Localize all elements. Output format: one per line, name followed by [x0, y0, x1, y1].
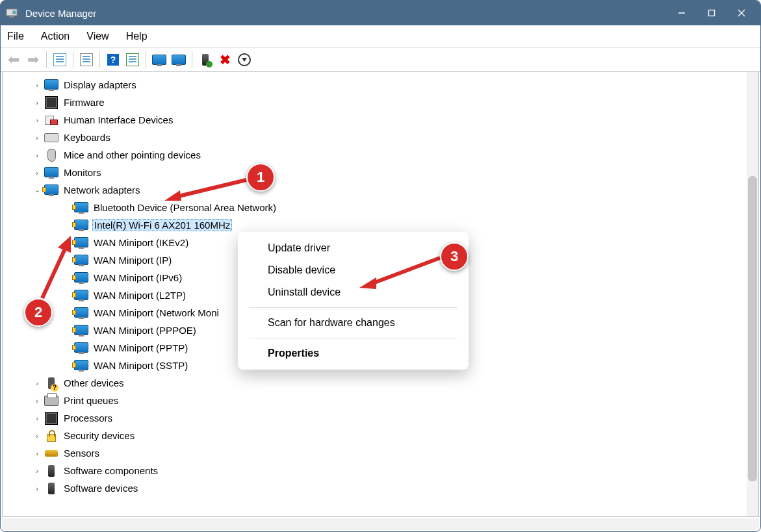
- annotation-badge-2: 2: [24, 298, 53, 327]
- category-label: Display adapters: [62, 79, 138, 90]
- device-label: Bluetooth Device (Personal Area Network): [92, 202, 277, 213]
- context-menu: Update driverDisable deviceUninstall dev…: [238, 232, 469, 370]
- chevron-icon[interactable]: ›: [32, 379, 42, 387]
- device-icon: [74, 341, 88, 355]
- chevron-icon[interactable]: ›: [32, 414, 42, 422]
- svg-line-7: [176, 180, 246, 197]
- chevron-icon[interactable]: ⌄: [32, 186, 42, 194]
- tree-category[interactable]: ›Sensors: [6, 444, 745, 462]
- category-label: Human Interface Devices: [62, 114, 174, 125]
- chevron-icon[interactable]: ›: [32, 450, 42, 457]
- vertical-scrollbar[interactable]: [747, 72, 758, 516]
- properties-toolbar-button[interactable]: [77, 51, 96, 69]
- tree-category[interactable]: ›Keyboards: [6, 129, 745, 146]
- category-label: Firmware: [62, 97, 106, 108]
- chevron-icon[interactable]: ›: [32, 397, 42, 405]
- uninstall-device-toolbar-button[interactable]: ✖: [216, 51, 234, 69]
- chevron-icon[interactable]: ›: [32, 485, 42, 492]
- tree-category[interactable]: ›Firmware: [6, 94, 745, 111]
- tree-category[interactable]: ⌄Network adapters: [6, 181, 745, 199]
- tree-device[interactable]: ›Bluetooth Device (Personal Area Network…: [6, 199, 745, 216]
- svg-rect-4: [709, 10, 715, 16]
- nav-forward-button[interactable]: ➡: [24, 51, 42, 69]
- annotation-arrow-2: [40, 234, 79, 301]
- category-icon: [44, 78, 58, 92]
- toolbar: ⬅ ➡ ? ✖: [1, 47, 760, 72]
- category-icon: [44, 394, 58, 408]
- horizontal-scrollbar[interactable]: [2, 518, 759, 530]
- category-label: Other devices: [62, 377, 125, 388]
- device-label: WAN Miniport (IKEv2): [92, 237, 190, 248]
- menu-file[interactable]: File: [7, 31, 24, 42]
- chevron-icon[interactable]: ›: [32, 151, 42, 159]
- menubar: File Action View Help: [1, 25, 760, 47]
- context-menu-item[interactable]: Properties: [238, 342, 469, 364]
- menu-view[interactable]: View: [86, 31, 109, 42]
- svg-marker-12: [359, 277, 376, 289]
- app-icon: [5, 6, 19, 20]
- prop-sheet-button[interactable]: [123, 51, 142, 69]
- chevron-icon[interactable]: ›: [32, 116, 42, 124]
- category-icon: [44, 113, 58, 127]
- enable-device-button[interactable]: [196, 51, 214, 69]
- menu-action[interactable]: Action: [41, 31, 70, 42]
- device-icon: [74, 218, 88, 233]
- titlebar: Device Manager: [1, 1, 760, 25]
- category-icon: [44, 376, 58, 390]
- help-toolbar-button[interactable]: ?: [104, 51, 122, 69]
- svg-rect-1: [9, 16, 14, 18]
- tree-category[interactable]: ›Print queues: [6, 392, 745, 409]
- tree-category[interactable]: ›Software devices: [6, 479, 745, 497]
- category-label: Processors: [62, 412, 114, 424]
- tree-category[interactable]: ›Processors: [6, 409, 745, 427]
- category-icon: [44, 464, 58, 478]
- device-label: WAN Miniport (Network Moni: [92, 307, 220, 318]
- add-legacy-button[interactable]: [235, 51, 253, 69]
- tree-category[interactable]: ›Human Interface Devices: [6, 111, 745, 129]
- device-icon: [74, 201, 88, 215]
- menu-help[interactable]: Help: [126, 31, 148, 42]
- category-label: Software devices: [62, 483, 139, 494]
- tree-category[interactable]: ›Display adapters: [6, 76, 745, 94]
- annotation-arrow-3: [359, 255, 443, 289]
- device-icon: [74, 359, 88, 373]
- update-driver-toolbar-button[interactable]: [150, 51, 168, 69]
- maximize-button[interactable]: [697, 1, 727, 25]
- close-button[interactable]: [727, 1, 756, 25]
- chevron-icon[interactable]: ›: [32, 134, 42, 142]
- show-hidden-button[interactable]: [51, 51, 69, 69]
- tree-category[interactable]: ›Other devices: [6, 374, 745, 392]
- chevron-icon[interactable]: ›: [32, 432, 42, 440]
- category-label: Sensors: [62, 448, 101, 459]
- tree-category[interactable]: ›Mice and other pointing devices: [6, 146, 745, 164]
- tree-category[interactable]: ›Software components: [6, 462, 745, 479]
- svg-point-2: [12, 10, 16, 14]
- context-menu-divider: [250, 338, 457, 338]
- minimize-button[interactable]: [667, 1, 697, 25]
- annotation-badge-1: 1: [246, 163, 275, 192]
- category-icon: [44, 481, 58, 496]
- chevron-icon[interactable]: ›: [32, 169, 42, 177]
- window-title: Device Manager: [25, 8, 96, 19]
- context-menu-divider: [250, 307, 457, 308]
- context-menu-item[interactable]: Scan for hardware changes: [238, 312, 469, 334]
- chevron-icon[interactable]: ›: [32, 99, 42, 107]
- tree-category[interactable]: ›Security devices: [6, 427, 745, 444]
- svg-line-11: [371, 258, 440, 284]
- device-manager-window: Device Manager File Action View Help ⬅ ➡…: [0, 0, 761, 532]
- annotation-arrow-1: [164, 176, 249, 202]
- device-label: WAN Miniport (IPv6): [92, 272, 183, 283]
- tree-category[interactable]: ›Monitors: [6, 164, 745, 181]
- tree-device[interactable]: ›Intel(R) Wi-Fi 6 AX201 160MHz: [6, 216, 745, 234]
- category-icon: [44, 166, 58, 180]
- category-label: Monitors: [62, 167, 103, 178]
- category-icon: [44, 446, 58, 461]
- annotation-badge-3: 3: [440, 242, 469, 271]
- chevron-icon[interactable]: ›: [32, 467, 42, 475]
- device-icon: [74, 323, 88, 338]
- nav-back-button[interactable]: ⬅: [5, 51, 23, 69]
- device-label: WAN Miniport (IP): [92, 255, 173, 266]
- scan-hardware-toolbar-button[interactable]: [170, 51, 188, 69]
- chevron-icon[interactable]: ›: [32, 81, 42, 89]
- category-icon: [44, 183, 58, 197]
